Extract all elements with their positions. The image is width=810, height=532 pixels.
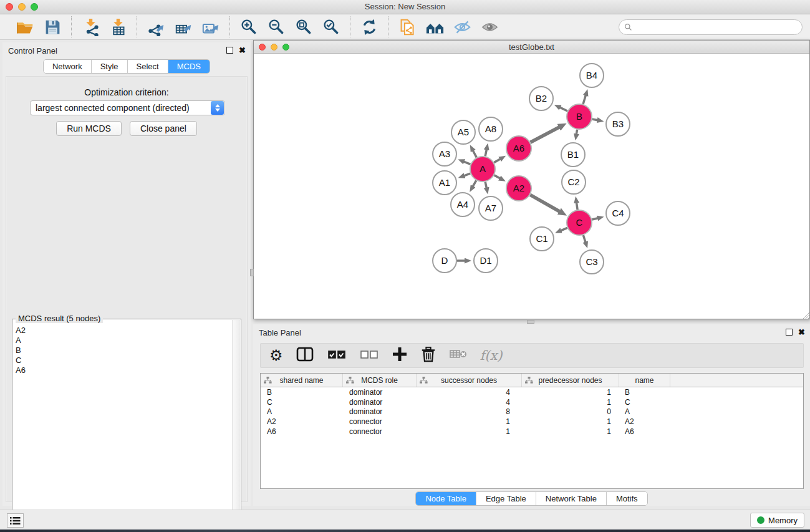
show-all-button[interactable] <box>478 16 501 37</box>
zoom-window-button[interactable] <box>31 3 38 11</box>
optimization-criterion-select[interactable]: largest connected component (directed) <box>30 100 225 115</box>
edge-C-C3[interactable] <box>583 235 586 243</box>
open-session-button[interactable] <box>14 16 36 37</box>
close-window-button[interactable] <box>6 3 13 11</box>
column-header-MCDS-role[interactable]: MCDS role <box>343 374 417 387</box>
splitter-grip-left[interactable] <box>250 269 254 276</box>
float-panel-icon[interactable] <box>226 47 233 54</box>
node-B3[interactable]: B3 <box>606 112 630 136</box>
column-header-predecessor-nodes[interactable]: predecessor nodes <box>522 374 619 387</box>
edge-A-A7[interactable] <box>485 182 486 188</box>
tab-style[interactable]: Style <box>92 60 128 73</box>
edge-A2-C[interactable] <box>530 195 559 211</box>
delete-column-button[interactable] <box>420 346 436 365</box>
network-close-button[interactable] <box>259 44 266 51</box>
node-C1[interactable]: C1 <box>530 227 554 251</box>
node-B[interactable]: B <box>567 104 592 129</box>
houses-button[interactable] <box>423 16 446 37</box>
node-C3[interactable]: C3 <box>580 250 604 274</box>
close-panel-icon[interactable]: ✖ <box>239 47 246 54</box>
node-C2[interactable]: C2 <box>562 170 586 194</box>
tab-network-table[interactable]: Network Table <box>536 492 607 505</box>
edge-A-A1[interactable] <box>464 173 470 176</box>
column-header-name[interactable]: name <box>619 374 670 387</box>
deselect-all-checks-button[interactable] <box>359 346 379 365</box>
network-window-titlebar[interactable]: testGlobe.txt <box>254 41 809 54</box>
import-network-button[interactable] <box>79 16 102 37</box>
close-panel-button[interactable]: Close panel <box>130 121 197 136</box>
edge-A-A3[interactable] <box>464 162 471 164</box>
add-column-button[interactable] <box>392 346 408 365</box>
node-A7[interactable]: A7 <box>479 196 503 220</box>
memory-button[interactable]: Memory <box>750 513 804 528</box>
export-table-button[interactable] <box>172 16 195 37</box>
new-network-from-selection-button[interactable] <box>396 16 418 37</box>
node-D1[interactable]: D1 <box>474 249 498 273</box>
result-scrollbar[interactable] <box>232 320 240 531</box>
zoom-fit-button[interactable] <box>292 16 315 37</box>
table-row[interactable]: A2connector11A2 <box>261 417 803 427</box>
hide-selected-button[interactable] <box>451 16 473 37</box>
export-image-button[interactable] <box>200 16 222 37</box>
edge-C-C2[interactable] <box>577 203 578 210</box>
edge-C-C4[interactable] <box>592 218 598 220</box>
edge-B-B1[interactable] <box>576 130 577 135</box>
network-canvas[interactable]: AA1A2A3A4A5A6A7A8BB1B2B3B4CC1C2C3C4DD1 <box>255 54 808 317</box>
node-B4[interactable]: B4 <box>580 64 604 87</box>
node-C[interactable]: C <box>567 210 592 235</box>
zoom-out-button[interactable] <box>265 16 287 37</box>
tab-edge-table[interactable]: Edge Table <box>476 492 536 505</box>
import-table-button[interactable] <box>107 16 129 37</box>
save-session-button[interactable] <box>41 16 64 37</box>
edge-A6-B[interactable] <box>531 127 560 142</box>
show-panels-button[interactable] <box>7 513 24 528</box>
splitter-grip-bottom[interactable] <box>527 320 534 324</box>
table-row[interactable]: Cdominator41C <box>261 397 803 407</box>
select-all-checks-button[interactable] <box>327 346 347 365</box>
network-minimize-button[interactable] <box>271 44 277 51</box>
edge-A-A8[interactable] <box>485 149 486 156</box>
window-resize-handle[interactable] <box>801 311 809 319</box>
node-A[interactable]: A <box>470 157 495 181</box>
search-input[interactable] <box>619 19 803 35</box>
edge-B-B3[interactable] <box>592 119 598 120</box>
node-A6[interactable]: A6 <box>506 136 531 161</box>
float-table-panel-icon[interactable] <box>786 329 793 336</box>
node-B1[interactable]: B1 <box>561 143 585 167</box>
tab-motifs[interactable]: Motifs <box>607 492 647 505</box>
tab-mcds[interactable]: MCDS <box>168 60 210 73</box>
edge-B-B4[interactable] <box>583 95 586 104</box>
column-header-shared-name[interactable]: shared name <box>261 374 343 387</box>
node-A3[interactable]: A3 <box>433 142 456 166</box>
table-row[interactable]: A6connector11A6 <box>261 427 803 437</box>
node-A2[interactable]: A2 <box>506 176 531 201</box>
node-A4[interactable]: A4 <box>451 193 475 216</box>
run-mcds-button[interactable]: Run MCDS <box>56 121 122 136</box>
edge-A-A5[interactable] <box>473 150 476 157</box>
refresh-layout-button[interactable] <box>358 16 380 37</box>
node-A5[interactable]: A5 <box>451 120 475 144</box>
edge-A-A6[interactable] <box>494 159 500 163</box>
tab-select[interactable]: Select <box>128 60 168 73</box>
node-D[interactable]: D <box>433 249 456 273</box>
edge-A-A4[interactable] <box>473 180 476 186</box>
edge-A-A2[interactable] <box>494 175 500 178</box>
export-network-button[interactable] <box>145 16 167 37</box>
close-table-panel-icon[interactable]: ✖ <box>798 329 805 336</box>
zoom-selected-button[interactable] <box>320 16 342 37</box>
node-C4[interactable]: C4 <box>606 201 630 225</box>
edge-B-B2[interactable] <box>560 107 567 111</box>
column-header-successor-nodes[interactable]: successor nodes <box>417 374 522 387</box>
node-A1[interactable]: A1 <box>433 171 456 195</box>
node-B2[interactable]: B2 <box>529 87 553 110</box>
edge-C-C1[interactable] <box>561 228 567 231</box>
tab-network[interactable]: Network <box>44 60 92 73</box>
table-row[interactable]: Adominator80A <box>261 407 803 417</box>
network-zoom-button[interactable] <box>282 44 289 51</box>
minimize-window-button[interactable] <box>18 3 26 11</box>
zoom-in-button[interactable] <box>238 16 260 37</box>
tab-node-table[interactable]: Node Table <box>416 492 476 505</box>
split-columns-button[interactable] <box>296 346 314 365</box>
table-row[interactable]: Bdominator41B <box>261 387 803 397</box>
settings-button[interactable]: ⚙ <box>269 346 283 365</box>
